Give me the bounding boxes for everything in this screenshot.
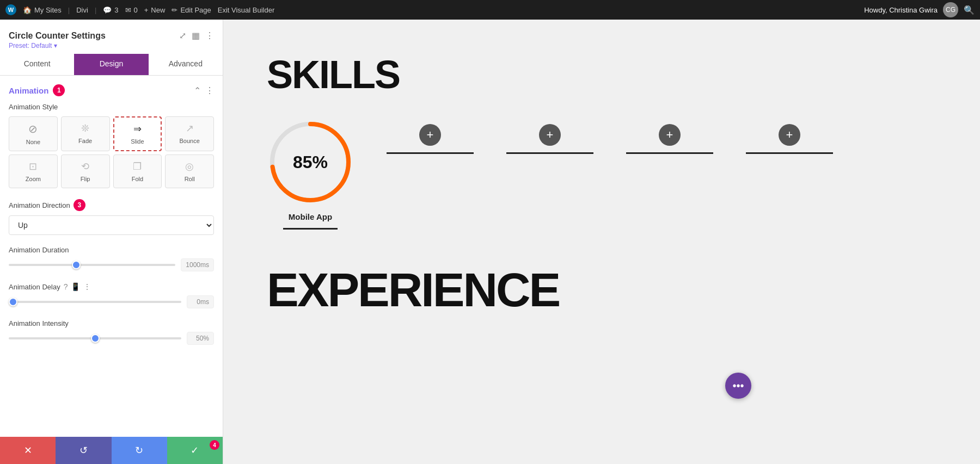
add-counter-1[interactable]: +	[419, 124, 441, 146]
intensity-slider[interactable]	[9, 337, 181, 339]
panel-tabs: Content Design Advanced	[0, 54, 223, 76]
anim-slide-label: Slide	[131, 138, 144, 145]
circles-row: 85% Mobile App + + + +	[267, 119, 936, 230]
plus-underline-1	[387, 152, 474, 154]
main-layout: Circle Counter Settings ⤢ ▦ ⋮ Preset: De…	[0, 20, 980, 464]
direction-label: Animation Direction 3	[9, 199, 214, 211]
anim-flip[interactable]: ⟲ Flip	[61, 154, 110, 188]
animation-style-grid: ⊘ None ❊ Fade ⇒ Slide ↗ Bounce	[9, 116, 214, 188]
anim-zoom[interactable]: ⊡ Zoom	[9, 154, 58, 188]
save-icon: ✓	[191, 444, 199, 456]
more-icon[interactable]: ⋮	[205, 30, 214, 41]
duration-label: Animation Duration	[9, 246, 214, 254]
panel-footer: ✕ ↺ ↻ ✓ 4	[0, 437, 223, 464]
collapse-icon[interactable]: ⌃	[194, 85, 201, 96]
anim-slide[interactable]: ⇒ Slide	[113, 116, 162, 151]
save-badge: 4	[210, 440, 219, 450]
section-options-icon[interactable]: ⋮	[205, 85, 214, 96]
duration-value: 1000ms	[181, 258, 214, 271]
divi-menu[interactable]: Divi	[76, 6, 88, 14]
home-icon: 🏠	[23, 6, 32, 14]
comments-icon: 💬	[103, 6, 112, 14]
help-icon[interactable]: ?	[64, 282, 68, 291]
plus-item-4: +	[746, 119, 833, 154]
anim-none[interactable]: ⊘ None	[9, 116, 58, 151]
messages-icon: ✉	[125, 6, 131, 14]
delay-slider-row: 0ms	[9, 295, 214, 308]
top-bar-right: Howdy, Christina Gwira CG 🔍	[864, 2, 975, 17]
undo-icon: ↺	[79, 444, 88, 456]
fold-icon: ❐	[133, 160, 142, 172]
left-panel: Circle Counter Settings ⤢ ▦ ⋮ Preset: De…	[0, 20, 223, 464]
add-counter-2[interactable]: +	[539, 124, 561, 146]
top-bar: W 🏠 My Sites | Divi | 💬 3 ✉ 0 + New ✏ Ed…	[0, 0, 980, 20]
redo-icon: ↻	[135, 444, 143, 456]
intensity-label: Animation Intensity	[9, 319, 214, 327]
messages-menu[interactable]: ✉ 0	[125, 6, 138, 14]
undo-button[interactable]: ↺	[56, 437, 111, 464]
comments-menu[interactable]: 💬 3	[103, 6, 118, 14]
duration-slider[interactable]	[9, 264, 175, 266]
columns-icon[interactable]: ▦	[192, 30, 200, 41]
anim-roll[interactable]: ◎ Roll	[165, 154, 214, 188]
resize-icon[interactable]: ⤢	[179, 30, 186, 41]
cancel-button[interactable]: ✕	[0, 437, 56, 464]
anim-flip-label: Flip	[81, 176, 90, 182]
panel-title: Circle Counter Settings	[9, 31, 106, 41]
section-title: Animation 1	[9, 84, 65, 96]
animation-direction-field: Animation Direction 3 Up Down Left Right	[9, 199, 214, 235]
tab-content[interactable]: Content	[0, 54, 74, 75]
user-avatar[interactable]: CG	[943, 2, 958, 17]
circle-svg-wrap: 85%	[267, 119, 354, 206]
add-counter-4[interactable]: +	[779, 124, 800, 146]
fade-icon: ❊	[81, 122, 89, 134]
my-sites-menu[interactable]: 🏠 My Sites	[23, 6, 62, 14]
exit-builder-menu[interactable]: Exit Visual Builder	[218, 6, 275, 14]
anim-fade[interactable]: ❊ Fade	[61, 116, 110, 151]
delay-slider[interactable]	[9, 301, 181, 303]
circle-percent: 85%	[293, 152, 328, 172]
panel-content: Animation 1 ⌃ ⋮ Animation Style ⊘ None	[0, 76, 223, 437]
anim-zoom-label: Zoom	[26, 176, 41, 182]
intensity-value: 50%	[187, 332, 214, 345]
redo-button[interactable]: ↻	[112, 437, 167, 464]
direction-select[interactable]: Up Down Left Right	[9, 215, 214, 235]
intensity-slider-row: 50%	[9, 332, 214, 345]
badge-1: 1	[53, 84, 65, 96]
badge-3: 3	[74, 199, 85, 211]
animation-delay-field: Animation Delay ? 📱 ⋮ 0ms	[9, 282, 214, 308]
slide-icon: ⇒	[133, 123, 142, 135]
panel-preset[interactable]: Preset: Default ▾	[9, 42, 214, 50]
anim-fold[interactable]: ❐ Fold	[113, 154, 162, 188]
save-button[interactable]: ✓ 4	[167, 437, 223, 464]
add-counter-3[interactable]: +	[659, 124, 681, 146]
roll-icon: ◎	[185, 160, 194, 172]
animation-section-header: Animation 1 ⌃ ⋮	[9, 84, 214, 96]
new-menu[interactable]: + New	[144, 6, 166, 14]
animation-style-label: Animation Style	[9, 103, 214, 111]
section-actions: ⌃ ⋮	[194, 85, 214, 96]
tab-design[interactable]: Design	[74, 54, 148, 75]
wordpress-icon[interactable]: W	[5, 4, 16, 15]
plus-underline-3	[626, 152, 713, 154]
anim-roll-label: Roll	[185, 176, 195, 182]
plus-underline-2	[506, 152, 593, 154]
bounce-icon: ↗	[186, 122, 194, 134]
anim-none-label: None	[26, 139, 40, 145]
right-content: SKILLS 85% Mobile App +	[223, 20, 980, 464]
experience-title: EXPERIENCE	[267, 262, 936, 318]
panel-header: Circle Counter Settings ⤢ ▦ ⋮ Preset: De…	[0, 20, 223, 50]
search-icon[interactable]: 🔍	[964, 5, 975, 15]
flip-icon: ⟲	[81, 160, 89, 172]
anim-bounce[interactable]: ↗ Bounce	[165, 116, 214, 151]
delay-more-icon[interactable]: ⋮	[83, 282, 91, 291]
float-options-button[interactable]: •••	[725, 373, 751, 399]
circle-underline	[283, 228, 338, 230]
edit-page-menu[interactable]: ✏ Edit Page	[171, 6, 211, 14]
duration-slider-row: 1000ms	[9, 258, 214, 271]
cancel-icon: ✕	[24, 444, 32, 456]
mobile-icon[interactable]: 📱	[71, 282, 80, 291]
tab-advanced[interactable]: Advanced	[149, 54, 223, 75]
anim-fade-label: Fade	[78, 138, 92, 144]
animation-duration-field: Animation Duration 1000ms	[9, 246, 214, 271]
